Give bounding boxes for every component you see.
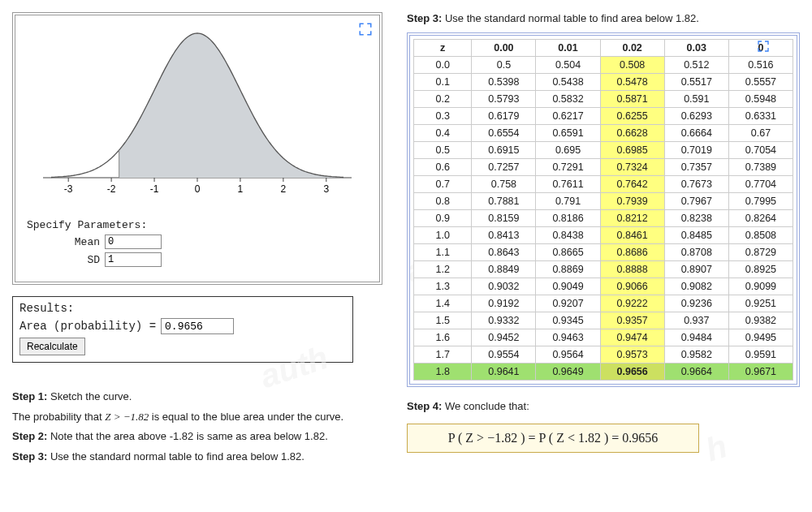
step1-line2c: is equal to the blue area under the curv… xyxy=(149,411,343,423)
z-table-cell: 0.9 xyxy=(414,210,472,227)
z-table-cell: 0.791 xyxy=(536,193,600,210)
z-table-cell: 0.7019 xyxy=(664,142,728,159)
z-table-cell: 0.7257 xyxy=(472,159,536,176)
z-table-cell: 0.7357 xyxy=(664,159,728,176)
z-table-cell: 0.3 xyxy=(414,108,472,125)
step3-text: Use the standard normal table to find ar… xyxy=(47,450,304,463)
z-table-cell: 0.758 xyxy=(472,176,536,193)
conclusion-box: P ( Z > −1.82 ) = P ( Z < 1.82 ) = 0.965… xyxy=(407,424,699,453)
z-table-cell: 0.7642 xyxy=(600,176,664,193)
z-table-cell: 0.7054 xyxy=(728,142,793,159)
z-table-cell: 0.9656 xyxy=(600,364,664,381)
z-table-cell: 0.8729 xyxy=(728,244,793,261)
z-table-cell: 0.2 xyxy=(414,91,472,108)
z-table-cell: 0.6331 xyxy=(728,108,793,125)
step1-head: Step 1: xyxy=(12,390,47,402)
z-table-cell: 0.4 xyxy=(414,125,472,142)
z-table-cell: 0.9484 xyxy=(664,329,728,346)
z-table-cell: 0.9573 xyxy=(600,346,664,364)
z-table-cell: 0.6664 xyxy=(664,125,728,142)
z-table-cell: 0.8665 xyxy=(536,244,600,261)
step4-head: Step 4: xyxy=(407,400,442,412)
mean-label: Mean xyxy=(27,236,100,248)
svg-text:3: 3 xyxy=(323,183,329,195)
z-table-cell: 0.8869 xyxy=(536,261,600,278)
z-table-cell: 0.695 xyxy=(536,142,600,159)
z-table-cell: 0.504 xyxy=(536,57,600,74)
normal-curve-chart: -3-2-10123 xyxy=(27,24,368,202)
z-table-cell: 0.5948 xyxy=(728,91,793,108)
step1-math: Z > −1.82 xyxy=(105,411,149,423)
z-table-cell: 0.8238 xyxy=(664,210,728,227)
z-table-cell: 1.6 xyxy=(414,329,472,346)
z-table-header: 0.03 xyxy=(664,40,728,57)
z-table-cell: 0.6554 xyxy=(472,125,536,142)
z-table-cell: 0.591 xyxy=(664,91,728,108)
sd-input[interactable] xyxy=(105,252,162,267)
z-table-cell: 0.5398 xyxy=(472,74,536,91)
step3-head: Step 3: xyxy=(12,450,47,463)
z-table-cell: 0.8 xyxy=(414,193,472,210)
z-table-cell: 0.7995 xyxy=(728,193,793,210)
z-table-cell: 0.9554 xyxy=(472,346,536,364)
step2-head: Step 2: xyxy=(12,430,47,442)
area-label: Area (probability) = xyxy=(19,320,156,333)
z-table-cell: 0.6915 xyxy=(472,142,536,159)
z-table-panel: z0.000.010.020.0300.00.50.5040.5080.5120… xyxy=(407,32,800,387)
z-table-cell: 0.7881 xyxy=(472,193,536,210)
z-table-cell: 0.8438 xyxy=(536,227,600,244)
conclusion-formula: P ( Z > −1.82 ) = P ( Z < 1.82 ) = 0.965… xyxy=(448,431,659,445)
z-table-cell: 0.7291 xyxy=(536,159,600,176)
expand-icon[interactable] xyxy=(356,20,374,38)
z-table-cell: 0.8686 xyxy=(600,244,664,261)
z-table-cell: 0.937 xyxy=(664,312,728,329)
results-box: Results: Area (probability) = Recalculat… xyxy=(12,296,353,363)
z-table-cell: 0.9591 xyxy=(728,346,793,364)
svg-text:-2: -2 xyxy=(107,183,116,195)
z-table-cell: 0.9641 xyxy=(472,364,536,381)
z-table-cell: 0.9495 xyxy=(728,329,793,346)
z-table-cell: 0.9582 xyxy=(664,346,728,364)
z-table-cell: 0.8186 xyxy=(536,210,600,227)
z-table-cell: 0.9332 xyxy=(472,312,536,329)
z-table-cell: 0.7 xyxy=(414,176,472,193)
mean-input[interactable] xyxy=(105,234,162,249)
z-table-cell: 0.67 xyxy=(728,125,793,142)
z-table-cell: 1.0 xyxy=(414,227,472,244)
z-table-cell: 0.8907 xyxy=(664,261,728,278)
z-table-cell: 0.9251 xyxy=(728,295,793,312)
z-table-cell: 0.8264 xyxy=(728,210,793,227)
results-header: Results: xyxy=(19,302,346,315)
z-table-header: 0.00 xyxy=(472,40,536,57)
z-table-cell: 0.9357 xyxy=(600,312,664,329)
z-table-cell: 0.8643 xyxy=(472,244,536,261)
z-table-cell: 1.1 xyxy=(414,244,472,261)
z-table-cell: 0.9345 xyxy=(536,312,600,329)
z-table-cell: 0.9032 xyxy=(472,278,536,295)
step1-line2a: The probability that xyxy=(12,411,105,423)
right-step3-text: Use the standard normal table to find ar… xyxy=(442,12,699,24)
z-table-cell: 0.5793 xyxy=(472,91,536,108)
spec-header: Specify Parameters: xyxy=(27,219,368,231)
z-table-cell: 0.5871 xyxy=(600,91,664,108)
z-table-cell: 0.8888 xyxy=(600,261,664,278)
z-table-cell: 0.8508 xyxy=(728,227,793,244)
z-table-cell: 0.8485 xyxy=(664,227,728,244)
z-table-cell: 1.2 xyxy=(414,261,472,278)
z-table-cell: 0.0 xyxy=(414,57,472,74)
z-table-cell: 0.7939 xyxy=(600,193,664,210)
step4-text: We conclude that: xyxy=(442,400,529,412)
area-output[interactable] xyxy=(161,318,234,334)
z-table-cell: 0.8461 xyxy=(600,227,664,244)
z-table-cell: 0.9066 xyxy=(600,278,664,295)
svg-text:-1: -1 xyxy=(150,183,159,195)
z-table-cell: 0.9192 xyxy=(472,295,536,312)
z-table-cell: 1.5 xyxy=(414,312,472,329)
z-table-cell: 0.8708 xyxy=(664,244,728,261)
z-table-cell: 1.7 xyxy=(414,346,472,364)
step2-text: Note that the area above -1.82 is same a… xyxy=(47,430,327,442)
z-table-cell: 0.6179 xyxy=(472,108,536,125)
expand-icon[interactable] xyxy=(754,37,772,55)
z-table-cell: 0.9564 xyxy=(536,346,600,364)
recalculate-button[interactable]: Recalculate xyxy=(19,338,85,355)
